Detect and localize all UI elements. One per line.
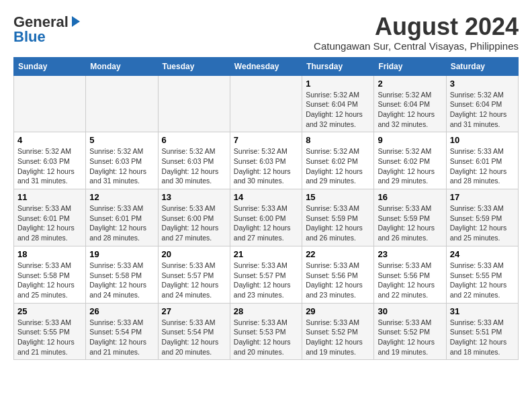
day-info: Sunrise: 5:33 AM Sunset: 6:01 PM Dayligh… xyxy=(17,203,82,243)
day-of-week-header: Monday xyxy=(86,57,158,75)
svg-marker-0 xyxy=(72,16,80,27)
calendar-cell: 6Sunrise: 5:32 AM Sunset: 6:03 PM Daylig… xyxy=(158,132,230,189)
day-info: Sunrise: 5:33 AM Sunset: 5:54 PM Dayligh… xyxy=(89,318,154,357)
day-number: 21 xyxy=(234,249,298,259)
day-number: 6 xyxy=(162,135,226,145)
day-number: 28 xyxy=(234,306,298,316)
calendar-cell xyxy=(230,75,302,132)
logo-arrow-icon xyxy=(69,15,83,28)
day-number: 2 xyxy=(378,79,442,89)
day-info: Sunrise: 5:33 AM Sunset: 5:59 PM Dayligh… xyxy=(378,203,442,243)
day-number: 13 xyxy=(162,192,226,202)
day-info: Sunrise: 5:33 AM Sunset: 5:59 PM Dayligh… xyxy=(450,203,515,243)
logo-blue: Blue xyxy=(13,28,46,46)
day-number: 7 xyxy=(234,135,298,145)
calendar-cell: 15Sunrise: 5:33 AM Sunset: 5:59 PM Dayli… xyxy=(302,189,374,246)
day-info: Sunrise: 5:33 AM Sunset: 5:52 PM Dayligh… xyxy=(378,318,442,357)
day-number: 11 xyxy=(17,192,82,202)
day-number: 24 xyxy=(450,249,515,259)
day-number: 14 xyxy=(234,192,298,202)
calendar-cell: 5Sunrise: 5:32 AM Sunset: 6:03 PM Daylig… xyxy=(86,132,158,189)
day-info: Sunrise: 5:33 AM Sunset: 5:53 PM Dayligh… xyxy=(234,318,298,357)
calendar-cell: 19Sunrise: 5:33 AM Sunset: 5:58 PM Dayli… xyxy=(86,246,158,303)
calendar-cell: 18Sunrise: 5:33 AM Sunset: 5:58 PM Dayli… xyxy=(14,246,86,303)
day-of-week-header: Sunday xyxy=(14,57,86,75)
day-info: Sunrise: 5:33 AM Sunset: 6:01 PM Dayligh… xyxy=(89,203,154,243)
day-info: Sunrise: 5:33 AM Sunset: 5:57 PM Dayligh… xyxy=(234,261,298,300)
day-info: Sunrise: 5:32 AM Sunset: 6:04 PM Dayligh… xyxy=(450,90,515,130)
day-number: 4 xyxy=(17,135,82,145)
day-number: 15 xyxy=(306,192,370,202)
day-number: 30 xyxy=(378,306,442,316)
calendar-cell xyxy=(86,75,158,132)
day-of-week-header: Saturday xyxy=(446,57,518,75)
day-number: 25 xyxy=(17,306,82,316)
calendar-cell: 26Sunrise: 5:33 AM Sunset: 5:54 PM Dayli… xyxy=(86,303,158,360)
day-info: Sunrise: 5:32 AM Sunset: 6:02 PM Dayligh… xyxy=(378,146,442,186)
calendar-cell: 20Sunrise: 5:33 AM Sunset: 5:57 PM Dayli… xyxy=(158,246,230,303)
day-info: Sunrise: 5:33 AM Sunset: 5:55 PM Dayligh… xyxy=(450,261,515,300)
day-number: 10 xyxy=(450,135,515,145)
calendar-cell: 12Sunrise: 5:33 AM Sunset: 6:01 PM Dayli… xyxy=(86,189,158,246)
location: Catungawan Sur, Central Visayas, Philipp… xyxy=(314,40,519,52)
day-info: Sunrise: 5:33 AM Sunset: 5:58 PM Dayligh… xyxy=(89,261,154,300)
calendar-body: 1Sunrise: 5:32 AM Sunset: 6:04 PM Daylig… xyxy=(14,75,519,360)
calendar-cell: 24Sunrise: 5:33 AM Sunset: 5:55 PM Dayli… xyxy=(446,246,518,303)
calendar-cell: 1Sunrise: 5:32 AM Sunset: 6:04 PM Daylig… xyxy=(302,75,374,132)
calendar-cell: 28Sunrise: 5:33 AM Sunset: 5:53 PM Dayli… xyxy=(230,303,302,360)
day-number: 27 xyxy=(162,306,226,316)
day-info: Sunrise: 5:33 AM Sunset: 5:59 PM Dayligh… xyxy=(306,203,370,243)
calendar-cell: 17Sunrise: 5:33 AM Sunset: 5:59 PM Dayli… xyxy=(446,189,518,246)
day-of-week-header: Thursday xyxy=(302,57,374,75)
calendar-cell xyxy=(158,75,230,132)
calendar-table: SundayMondayTuesdayWednesdayThursdayFrid… xyxy=(13,57,519,361)
calendar-header: SundayMondayTuesdayWednesdayThursdayFrid… xyxy=(14,57,519,75)
page-header: General Blue August 2024 Catungawan Sur,… xyxy=(13,13,519,52)
calendar-cell: 11Sunrise: 5:33 AM Sunset: 6:01 PM Dayli… xyxy=(14,189,86,246)
day-number: 16 xyxy=(378,192,442,202)
day-number: 20 xyxy=(162,249,226,259)
day-number: 12 xyxy=(89,192,154,202)
calendar-cell: 31Sunrise: 5:33 AM Sunset: 5:51 PM Dayli… xyxy=(446,303,518,360)
day-info: Sunrise: 5:32 AM Sunset: 6:02 PM Dayligh… xyxy=(306,146,370,186)
calendar-cell: 29Sunrise: 5:33 AM Sunset: 5:52 PM Dayli… xyxy=(302,303,374,360)
day-of-week-header: Wednesday xyxy=(230,57,302,75)
calendar-cell: 27Sunrise: 5:33 AM Sunset: 5:54 PM Dayli… xyxy=(158,303,230,360)
day-of-week-header: Tuesday xyxy=(158,57,230,75)
calendar-cell: 23Sunrise: 5:33 AM Sunset: 5:56 PM Dayli… xyxy=(374,246,446,303)
day-number: 9 xyxy=(378,135,442,145)
calendar-cell: 30Sunrise: 5:33 AM Sunset: 5:52 PM Dayli… xyxy=(374,303,446,360)
day-info: Sunrise: 5:32 AM Sunset: 6:04 PM Dayligh… xyxy=(306,90,370,130)
day-number: 26 xyxy=(89,306,154,316)
day-info: Sunrise: 5:32 AM Sunset: 6:03 PM Dayligh… xyxy=(162,146,226,186)
title-block: August 2024 Catungawan Sur, Central Visa… xyxy=(314,13,519,52)
day-info: Sunrise: 5:33 AM Sunset: 5:56 PM Dayligh… xyxy=(378,261,442,300)
calendar-cell: 14Sunrise: 5:33 AM Sunset: 6:00 PM Dayli… xyxy=(230,189,302,246)
calendar-cell xyxy=(14,75,86,132)
calendar-cell: 16Sunrise: 5:33 AM Sunset: 5:59 PM Dayli… xyxy=(374,189,446,246)
day-info: Sunrise: 5:32 AM Sunset: 6:04 PM Dayligh… xyxy=(378,90,442,130)
calendar-cell: 10Sunrise: 5:33 AM Sunset: 6:01 PM Dayli… xyxy=(446,132,518,189)
day-info: Sunrise: 5:32 AM Sunset: 6:03 PM Dayligh… xyxy=(89,146,154,186)
day-number: 3 xyxy=(450,79,515,89)
day-info: Sunrise: 5:32 AM Sunset: 6:03 PM Dayligh… xyxy=(234,146,298,186)
day-number: 17 xyxy=(450,192,515,202)
day-number: 18 xyxy=(17,249,82,259)
day-number: 19 xyxy=(89,249,154,259)
day-number: 8 xyxy=(306,135,370,145)
calendar-cell: 25Sunrise: 5:33 AM Sunset: 5:55 PM Dayli… xyxy=(14,303,86,360)
day-info: Sunrise: 5:33 AM Sunset: 5:57 PM Dayligh… xyxy=(162,261,226,300)
day-number: 5 xyxy=(89,135,154,145)
day-info: Sunrise: 5:33 AM Sunset: 5:51 PM Dayligh… xyxy=(450,318,515,357)
day-of-week-header: Friday xyxy=(374,57,446,75)
calendar-cell: 7Sunrise: 5:32 AM Sunset: 6:03 PM Daylig… xyxy=(230,132,302,189)
calendar-cell: 21Sunrise: 5:33 AM Sunset: 5:57 PM Dayli… xyxy=(230,246,302,303)
day-info: Sunrise: 5:33 AM Sunset: 5:58 PM Dayligh… xyxy=(17,261,82,300)
calendar-cell: 4Sunrise: 5:32 AM Sunset: 6:03 PM Daylig… xyxy=(14,132,86,189)
day-number: 23 xyxy=(378,249,442,259)
day-info: Sunrise: 5:33 AM Sunset: 5:56 PM Dayligh… xyxy=(306,261,370,300)
month-year: August 2024 xyxy=(314,13,519,40)
day-number: 1 xyxy=(306,79,370,89)
day-number: 22 xyxy=(306,249,370,259)
day-info: Sunrise: 5:33 AM Sunset: 6:00 PM Dayligh… xyxy=(234,203,298,243)
